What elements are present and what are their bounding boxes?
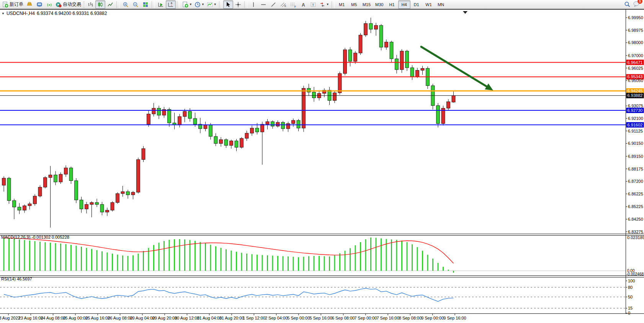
macd-bar (334, 255, 335, 271)
macd-bar (153, 245, 154, 271)
macd-bar (81, 247, 82, 271)
macd-bar (143, 251, 144, 271)
candle-body-down (188, 111, 192, 118)
timeframe-button-w1[interactable]: W1 (423, 0, 435, 9)
candle-body-up (106, 210, 109, 212)
bar-chart-button[interactable] (85, 0, 95, 9)
text-label-button[interactable]: T (308, 0, 318, 9)
equidistant-channel-button[interactable]: E (278, 0, 288, 9)
auto-scroll-button[interactable] (156, 0, 166, 9)
candle-body-down (235, 141, 238, 148)
macd-bar (443, 267, 444, 271)
signals-button[interactable] (44, 0, 54, 9)
macd-bar (231, 251, 232, 271)
timeframe-button-m15[interactable]: M15 (360, 0, 373, 9)
chart-shift-button[interactable] (166, 0, 176, 9)
macd-bar (179, 239, 180, 271)
toolbar-separator (177, 1, 180, 8)
candle-body-up (142, 149, 145, 159)
cursor-button[interactable] (223, 0, 233, 9)
candle-body-up (292, 120, 295, 123)
candle-body-up (178, 116, 181, 125)
horizontal-line-button[interactable] (258, 0, 268, 9)
price-badge-label: 6.92730 (628, 108, 643, 113)
svg-text:T: T (312, 3, 314, 7)
timeframe-button-m30[interactable]: M30 (373, 0, 386, 9)
zoom-out-button[interactable] (131, 0, 141, 9)
candle-body-up (240, 138, 244, 147)
candle-body-up (359, 35, 362, 53)
horizontal-line-icon (260, 2, 266, 8)
candle-body-down (214, 136, 217, 143)
macd-bar (391, 239, 392, 271)
toolbar: 新订单 自动交易 (0, 0, 644, 9)
period-clock-icon (195, 2, 201, 8)
macd-bar (29, 241, 30, 271)
macd-bar (438, 263, 439, 271)
rsi-indicator-label: RSI(14) 46.5697 (1, 277, 32, 281)
timeframe-button-m5[interactable]: M5 (348, 0, 360, 9)
toolbar-separator (219, 1, 222, 8)
new-template-button[interactable]: ▼ (181, 0, 193, 9)
macd-bar (8, 238, 10, 271)
candle-body-down (395, 59, 399, 69)
line-chart-button[interactable] (105, 0, 115, 9)
macd-bar (45, 242, 46, 271)
y-tick-label: 6.89150 (628, 154, 643, 159)
candle-body-down (13, 201, 16, 207)
mt4-terminal-window: 新订单 自动交易 (0, 0, 644, 323)
y-tick-label: 6.93075 (628, 103, 643, 108)
autotrading-button[interactable]: 自动交易 (54, 0, 82, 9)
new-order-button[interactable]: 新订单 (1, 0, 25, 9)
price-badge-label: 6.91602 (628, 123, 643, 127)
time-label: 5 Sep 00:00 (287, 316, 310, 320)
candle-body-down (100, 205, 104, 212)
trend-arrow-shaft[interactable] (421, 47, 487, 87)
search-icon[interactable] (624, 1, 631, 8)
macd-bar (365, 239, 366, 271)
text-button[interactable]: A (298, 0, 308, 9)
notifications-button[interactable]: 1 (633, 1, 640, 8)
timeframe-button-d1[interactable]: D1 (410, 0, 423, 9)
timeframe-button-h4[interactable]: H4 (398, 0, 410, 9)
candle-body-up (266, 122, 269, 125)
arrows-tool-button[interactable]: ▼ (318, 0, 330, 9)
timeframe-button-m1[interactable]: M1 (336, 0, 348, 9)
y-tick-label: 6.96025 (628, 66, 643, 71)
timeframe-button-mn[interactable]: MN (435, 0, 447, 9)
candle-body-down (348, 50, 352, 61)
vertical-line-button[interactable] (248, 0, 258, 9)
candle-body-up (276, 122, 280, 126)
candle-body-down (54, 175, 57, 182)
gold-button[interactable] (25, 0, 34, 9)
candle-body-down (18, 207, 21, 210)
fibonacci-button[interactable]: F (288, 0, 298, 9)
macd-bar (401, 241, 402, 271)
macd-bar (407, 242, 408, 271)
candle-body-up (33, 196, 37, 204)
candlestick-chart-button[interactable] (95, 0, 105, 9)
expert-advisors-button[interactable] (34, 0, 44, 9)
candle-body-down (80, 200, 83, 209)
timeframe-button-h1[interactable]: H1 (386, 0, 398, 9)
price-chart-canvas[interactable]: 6.964716.953436.942456.938826.927306.916… (0, 9, 644, 323)
zoom-in-button[interactable] (121, 0, 131, 9)
macd-bar (19, 239, 20, 271)
candle-body-up (59, 174, 62, 182)
price-badge-label: 6.94245 (628, 89, 643, 93)
candle-body-down (405, 51, 409, 68)
candle-body-down (390, 42, 393, 59)
trendline-button[interactable] (268, 0, 278, 9)
indicators-button[interactable]: ▼ (206, 0, 218, 9)
macd-bar (86, 248, 87, 271)
period-button[interactable]: ▼ (193, 0, 206, 9)
macd-bar (117, 254, 118, 271)
candle-body-up (333, 93, 337, 100)
tile-windows-button[interactable] (141, 0, 150, 9)
line-chart-icon (107, 2, 113, 8)
chart-collapse-icon[interactable]: ▼ (2, 12, 5, 15)
candle-body-up (343, 50, 347, 74)
time-label: 9 Sep 16:00 (443, 316, 466, 320)
candle-body-down (126, 192, 130, 195)
crosshair-button[interactable] (233, 0, 243, 9)
